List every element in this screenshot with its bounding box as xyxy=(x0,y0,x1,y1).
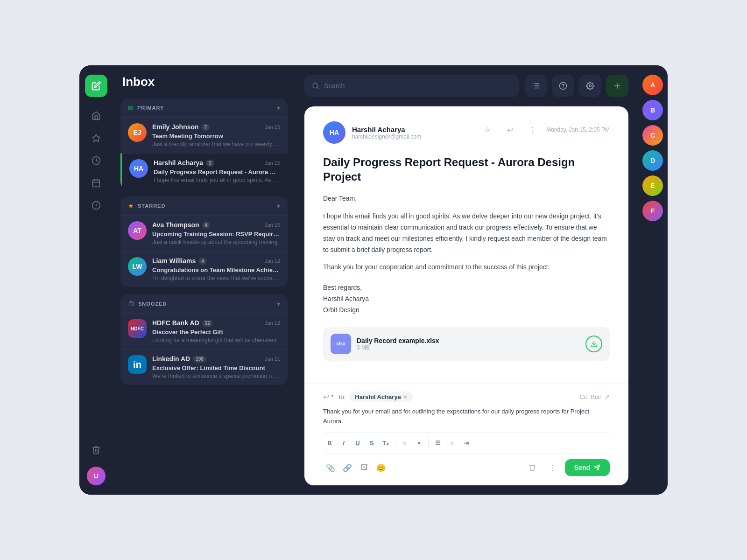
search-bar[interactable]: Search xyxy=(304,75,519,97)
attachment-size: 3 MB xyxy=(357,344,439,351)
more-options-button[interactable]: ⋮ xyxy=(544,459,561,476)
starred-chevron-icon: ▾ xyxy=(277,202,280,210)
right-avatar-2[interactable]: B xyxy=(642,100,663,120)
reply-toolbar: B I U S Tₓ ≡ ▾ ☰ ≡ ⇥ xyxy=(323,432,610,454)
email-list-panel: Inbox ✉ PRIMARY ▾ EJ Emily Johnson 7 xyxy=(113,65,295,495)
main-content: Search xyxy=(295,65,638,495)
ava-badge: 4 xyxy=(202,222,211,229)
ava-subject: Upcoming Training Session: RSVP Required xyxy=(152,231,280,238)
settings-icon xyxy=(586,82,594,90)
reply-area: ↩ ▾ To: Harshil Acharya × Cc Bcc ⤢ xyxy=(304,384,628,485)
trash-icon xyxy=(529,464,536,471)
liam-badge: 4 xyxy=(198,258,207,265)
svg-rect-2 xyxy=(95,116,98,119)
search-icon xyxy=(312,82,319,90)
right-avatar-1[interactable]: A xyxy=(642,75,663,95)
email-greeting: Dear Team, xyxy=(323,193,610,204)
linkedin-badge: 198 xyxy=(193,356,206,363)
expand-reply-icon[interactable]: ⤢ xyxy=(605,393,610,400)
detail-sender-avatar: HA xyxy=(323,121,345,144)
bullet-list-button[interactable]: ☰ xyxy=(431,436,444,449)
starred-section: ★ STARRED ▾ AT Ava Thompson 4 Jan 15 Upc… xyxy=(120,196,288,287)
starred-section-header[interactable]: ★ STARRED ▾ xyxy=(120,196,288,215)
left-sidebar: U xyxy=(79,65,113,495)
svg-marker-3 xyxy=(92,134,100,142)
help-button[interactable] xyxy=(552,75,574,97)
align-chevron-button[interactable]: ▾ xyxy=(412,436,425,449)
add-button[interactable] xyxy=(606,75,628,97)
hdfc-date: Jan 12 xyxy=(265,320,280,326)
sidebar-icon-inbox[interactable] xyxy=(87,106,106,125)
attach-emoji-button[interactable]: 😊 xyxy=(374,460,388,475)
cc-button[interactable]: Cc xyxy=(579,393,587,400)
svg-rect-5 xyxy=(93,180,100,187)
bcc-button[interactable]: Bcc xyxy=(591,393,601,400)
email-detail-header: HA Harshil Acharya harshildesigner@gmail… xyxy=(323,121,610,144)
ava-avatar: AT xyxy=(128,221,147,240)
email-item-hdfc[interactable]: HDFC HDFC Bank AD 32 Jan 12 Discover the… xyxy=(120,313,288,349)
top-bar: Search xyxy=(304,75,628,97)
reply-text-body[interactable]: Thank you for your email and for outlini… xyxy=(323,407,610,427)
indent-button[interactable]: ⇥ xyxy=(459,436,472,449)
right-avatar-6[interactable]: F xyxy=(642,201,663,221)
add-icon xyxy=(613,82,621,90)
attach-image-button[interactable]: 🖼 xyxy=(357,460,372,475)
attach-link-button[interactable]: 🔗 xyxy=(340,460,355,475)
primary-section-header[interactable]: ✉ PRIMARY ▾ xyxy=(120,98,288,117)
right-avatar-3[interactable]: C xyxy=(642,125,663,146)
email-item-harshil[interactable]: HA Harshil Acharya 3 Jan 15 Daily Progre… xyxy=(120,153,288,189)
user-avatar[interactable]: U xyxy=(87,467,106,485)
italic-button[interactable]: I xyxy=(337,436,350,449)
reply-to-remove[interactable]: × xyxy=(404,394,407,400)
emily-badge: 7 xyxy=(202,124,210,131)
send-label: Send xyxy=(574,464,590,471)
delete-draft-button[interactable] xyxy=(524,459,541,476)
reply-action-button[interactable]: ↩ xyxy=(501,121,518,138)
right-avatar-5[interactable]: E xyxy=(642,175,663,196)
email-paragraph1: I hope this email finds you all in good … xyxy=(323,211,610,255)
number-list-button[interactable]: ≡ xyxy=(445,436,458,449)
sidebar-icon-calendar[interactable] xyxy=(87,174,106,192)
settings-button[interactable] xyxy=(579,75,601,97)
email-item-liam[interactable]: LW Liam Williams 4 Jan 12 Congratulation… xyxy=(120,251,288,287)
email-item-ava[interactable]: AT Ava Thompson 4 Jan 15 Upcoming Traini… xyxy=(120,215,288,251)
detail-sender-name: Harshil Acharya xyxy=(352,126,421,133)
linkedin-subject: Exclusive Offer: Limited Time Discount xyxy=(152,364,280,371)
underline-button[interactable]: U xyxy=(351,436,364,449)
harshil-subject: Daily Progress Report Request - Aurora D… xyxy=(154,168,280,175)
send-button[interactable]: Send xyxy=(565,459,610,476)
right-avatar-4[interactable]: D xyxy=(642,150,663,171)
star-section-icon: ★ xyxy=(128,202,134,210)
strikethrough-button[interactable]: S xyxy=(365,436,378,449)
harshil-date: Jan 15 xyxy=(265,160,280,166)
more-action-button[interactable]: ⋮ xyxy=(524,121,541,138)
hdfc-sender-name: HDFC Bank AD xyxy=(152,319,199,327)
bold-button[interactable]: B xyxy=(323,436,336,449)
emily-preview: Just a friendly reminder that we have ou… xyxy=(152,141,280,147)
liam-preview: I'm delighted to share the news that we'… xyxy=(152,275,280,281)
snoozed-section-header[interactable]: ⏱ SNOOZED ▾ xyxy=(120,294,288,313)
compose-button[interactable] xyxy=(85,75,107,97)
format-button[interactable]: Tₓ xyxy=(379,436,392,449)
help-icon xyxy=(559,82,567,90)
email-item-emily[interactable]: EJ Emily Johnson 7 Jan 15 Team Meeting T… xyxy=(120,117,288,153)
sidebar-icon-trash[interactable] xyxy=(87,441,106,459)
star-action-button[interactable]: ☆ xyxy=(479,121,496,138)
filter-button[interactable] xyxy=(525,75,547,97)
sidebar-icon-starred[interactable] xyxy=(87,129,106,147)
reply-actions: 📎 🔗 🖼 😊 ⋮ xyxy=(323,459,610,476)
ava-sender-name: Ava Thompson xyxy=(152,221,199,229)
email-item-linkedin[interactable]: in Linkedin AD 198 Jan 11 Exclusive Offe… xyxy=(120,349,288,385)
detail-sender-email: harshildesigner@gmail.com xyxy=(352,133,421,140)
reply-chevron-icon[interactable]: ▾ xyxy=(331,392,334,401)
attachment-box: xlsx Daily Record example.xlsx 3 MB xyxy=(323,327,610,361)
sidebar-icon-clock[interactable] xyxy=(87,151,106,170)
clock-section-icon: ⏱ xyxy=(128,300,134,308)
primary-section-label: PRIMARY xyxy=(137,105,164,111)
attach-file-button[interactable]: 📎 xyxy=(323,460,338,475)
align-button[interactable]: ≡ xyxy=(398,436,411,449)
sidebar-icon-alert[interactable] xyxy=(87,196,106,215)
download-button[interactable] xyxy=(585,336,602,352)
send-icon xyxy=(594,464,600,471)
liam-sender-name: Liam Williams xyxy=(152,257,196,265)
